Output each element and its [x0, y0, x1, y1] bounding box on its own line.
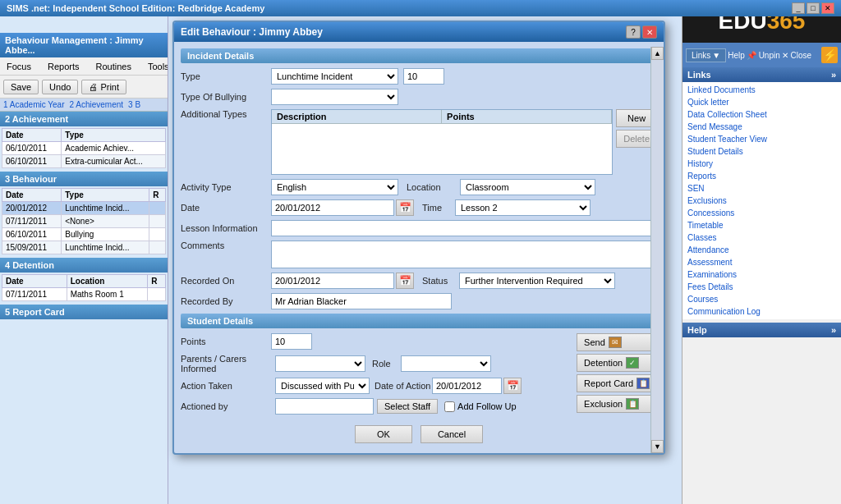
date-of-action-calendar-button[interactable]: 📅: [503, 378, 522, 394]
recorded-on-calendar-button[interactable]: 📅: [396, 273, 414, 289]
section-achievement: 2 Achievement Date Type 06/10/2011 Acade…: [0, 112, 168, 170]
detention-button[interactable]: Detention ✓: [577, 354, 657, 372]
recorded-on-input[interactable]: [271, 273, 394, 289]
exclusion-button[interactable]: Exclusion 📋: [577, 395, 657, 413]
time-select[interactable]: Lesson 2: [455, 199, 591, 216]
recorded-by-input[interactable]: [271, 293, 452, 309]
cancel-button[interactable]: Cancel: [420, 425, 483, 443]
role-select[interactable]: [401, 355, 491, 372]
at-col-points: Points: [442, 110, 612, 123]
type-select[interactable]: Lunchtime Incident: [271, 68, 398, 85]
comments-input[interactable]: [271, 241, 657, 268]
achievement-section-content: Date Type 06/10/2011 Academic Achiev... …: [0, 126, 168, 170]
achievement-tab[interactable]: 2 Achievement: [70, 100, 124, 109]
link-student-details[interactable]: Student Details: [684, 145, 839, 158]
report-card-button[interactable]: Report Card 📋: [577, 374, 657, 392]
achievement-row-1[interactable]: 06/10/2011 Academic Achiev...: [2, 142, 166, 155]
det-col-location: Location: [67, 275, 148, 288]
link-fees-details[interactable]: Fees Details: [684, 281, 839, 293]
academic-year-tab[interactable]: 1 Academic Year: [3, 100, 65, 109]
help-expand-icon[interactable]: »: [831, 325, 836, 335]
behaviour-row-3[interactable]: 06/10/2011 Bullying: [2, 228, 166, 241]
link-communication-log[interactable]: Communication Log: [684, 305, 839, 318]
dialog-help-button[interactable]: ?: [626, 25, 641, 39]
link-examinations[interactable]: Examinations: [684, 268, 839, 281]
close-panel-button[interactable]: ✕ Close: [782, 51, 811, 60]
select-staff-button[interactable]: Select Staff: [377, 399, 438, 414]
minimize-button[interactable]: _: [792, 2, 805, 14]
beh-col-type: Type: [62, 189, 149, 202]
achievement-row-2[interactable]: 06/10/2011 Extra-cumicular Act...: [2, 155, 166, 168]
dialog-title-bar: Edit Behaviour : Jimmy Abbey ? ✕: [174, 22, 664, 42]
behaviour-row-1[interactable]: 20/01/2012 Lunchtime Incid...: [2, 202, 166, 215]
close-app-button[interactable]: ✕: [821, 2, 834, 14]
scroll-track[interactable]: [651, 60, 664, 440]
link-sen[interactable]: SEN: [684, 182, 839, 195]
dialog-bottom-buttons: OK Cancel: [181, 425, 657, 447]
menu-focus[interactable]: Focus: [3, 60, 34, 73]
link-courses[interactable]: Courses: [684, 293, 839, 305]
parents-carers-select[interactable]: [275, 355, 365, 372]
dialog-close-button[interactable]: ✕: [642, 25, 657, 39]
link-attendance[interactable]: Attendance: [684, 244, 839, 256]
link-linked-documents[interactable]: Linked Documents: [684, 84, 839, 96]
report-card-section-header[interactable]: 5 Report Card: [0, 305, 168, 319]
add-follow-up-checkbox[interactable]: [444, 401, 455, 412]
scroll-down-button[interactable]: ▼: [651, 440, 664, 453]
type-of-bullying-select[interactable]: [271, 89, 398, 105]
action-buttons-panel: Send ✉ Detention ✓ Report Card 📋 Exclusi…: [577, 333, 657, 419]
link-student-teacher-view[interactable]: Student Teacher View: [684, 133, 839, 145]
help-toolbar-button[interactable]: Help: [728, 51, 745, 60]
achievement-col-date: Date: [2, 129, 62, 142]
print-button[interactable]: 🖨 Print: [81, 80, 126, 94]
actioned-by-input[interactable]: [275, 398, 374, 415]
menu-reports[interactable]: Reports: [44, 60, 83, 73]
behaviour-section-header[interactable]: 3 Behaviour: [0, 172, 168, 186]
ok-button[interactable]: OK: [355, 425, 412, 443]
unpin-button[interactable]: 📌 Unpin: [747, 51, 780, 60]
link-assessment[interactable]: Assessment: [684, 256, 839, 268]
link-send-message[interactable]: Send Message: [684, 121, 839, 133]
beh-col-date: Date: [2, 189, 62, 202]
behaviour-tab[interactable]: 3 B: [128, 100, 140, 109]
detention-row-1[interactable]: 07/11/2011 Maths Room 1: [2, 288, 166, 301]
date-calendar-button[interactable]: 📅: [396, 199, 414, 216]
action-taken-select[interactable]: Discussed with Pupi: [275, 378, 370, 394]
link-exclusions[interactable]: Exclusions: [684, 195, 839, 207]
menu-routines[interactable]: Routines: [93, 60, 135, 73]
edit-behaviour-dialog: Edit Behaviour : Jimmy Abbey ? ✕ Inciden…: [172, 21, 665, 455]
detention-section-header[interactable]: 4 Detention: [0, 258, 168, 273]
menu-tools[interactable]: Tools: [145, 60, 168, 73]
link-reports[interactable]: Reports: [684, 170, 839, 182]
scroll-up-button[interactable]: ▲: [651, 47, 664, 60]
links-expand-icon[interactable]: »: [831, 70, 836, 80]
link-timetable[interactable]: Timetable: [684, 219, 839, 231]
link-classes[interactable]: Classes: [684, 231, 839, 244]
status-select[interactable]: Further Intervention Required: [459, 273, 615, 289]
date-input[interactable]: [271, 199, 394, 216]
dialog-scrollbar[interactable]: ▲ ▼: [650, 47, 664, 453]
location-select[interactable]: Classroom: [460, 179, 595, 195]
behaviour-row-4[interactable]: 15/09/2011 Lunchtime Incid...: [2, 241, 166, 254]
student-details-left: Points Parents / Carers Informed Role: [181, 333, 570, 419]
send-button[interactable]: Send ✉: [577, 333, 657, 351]
undo-button[interactable]: Undo: [42, 80, 78, 94]
maximize-button[interactable]: □: [807, 2, 820, 14]
links-button[interactable]: Links ▼: [686, 48, 726, 62]
link-concessions[interactable]: Concessions: [684, 207, 839, 219]
lesson-information-input[interactable]: [271, 220, 657, 236]
achievement-section-header[interactable]: 2 Achievement: [0, 112, 168, 126]
behaviour-row-2[interactable]: 07/11/2011 <None>: [2, 215, 166, 228]
save-button[interactable]: Save: [3, 80, 39, 94]
points-input[interactable]: [271, 333, 312, 350]
app-toolbar: Save Undo 🖨 Print: [0, 76, 168, 99]
type-number-input[interactable]: [403, 68, 444, 85]
panel-icon: ⚡: [821, 47, 838, 63]
date-of-action-input[interactable]: [432, 378, 502, 394]
section-behaviour: 3 Behaviour Date Type R 20/01/2012 Lunch…: [0, 172, 168, 256]
link-data-collection-sheet[interactable]: Data Collection Sheet: [684, 108, 839, 121]
link-quick-letter[interactable]: Quick letter: [684, 96, 839, 108]
activity-type-select[interactable]: English: [271, 179, 398, 195]
det-col-r: R: [148, 275, 166, 288]
link-history[interactable]: History: [684, 158, 839, 170]
